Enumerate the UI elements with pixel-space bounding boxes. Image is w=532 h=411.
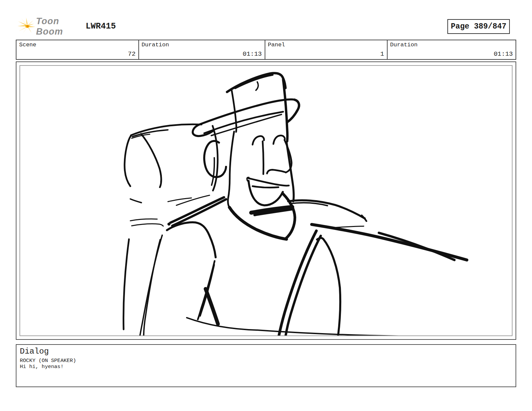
info-cell-scene-duration: Duration 01:13 xyxy=(138,40,265,59)
info-cell-scene: Scene 72 xyxy=(16,40,138,59)
scene-duration-value: 01:13 xyxy=(243,50,262,58)
panel-duration-label: Duration xyxy=(390,42,418,48)
dialog-heading: Dialog xyxy=(20,347,49,356)
panel-info-table: Scene 72 Duration 01:13 Panel 1 Duration… xyxy=(16,40,516,60)
panel-value: 1 xyxy=(380,50,384,58)
storyboard-sketch xyxy=(20,66,512,335)
header-bar: Toon Boom LWR415 Page 389/847 xyxy=(0,0,532,40)
panel-label: Panel xyxy=(268,42,285,48)
dialog-line: Hi hi, hyenas! xyxy=(20,364,63,370)
info-cell-panel: Panel 1 xyxy=(265,40,387,59)
storyboard-panel-inner-frame xyxy=(19,65,513,336)
logo-wordmark: Toon Boom xyxy=(36,16,85,37)
info-cell-panel-duration: Duration 01:13 xyxy=(387,40,516,59)
dialog-character: ROCKY (ON SPEAKER) xyxy=(20,358,76,364)
toonboom-logo: Toon Boom xyxy=(17,17,85,36)
toonboom-burst-icon xyxy=(17,17,35,36)
scene-value: 72 xyxy=(128,50,136,58)
page-counter: Page 389/847 xyxy=(447,19,510,34)
storyboard-panel-frame xyxy=(16,61,516,340)
dialog-box: Dialog ROCKY (ON SPEAKER) Hi hi, hyenas! xyxy=(16,344,516,387)
panel-duration-value: 01:13 xyxy=(494,50,513,58)
scene-label: Scene xyxy=(19,42,36,48)
scene-duration-label: Duration xyxy=(142,42,169,48)
project-title: LWR415 xyxy=(86,21,116,31)
